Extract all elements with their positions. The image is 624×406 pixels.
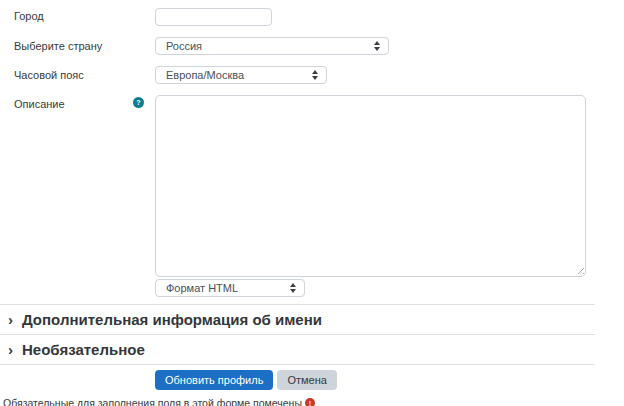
profile-edit-form: Город Выберите страну Россия Часовой поя… <box>0 0 624 406</box>
timezone-select[interactable]: Европа/Москва <box>155 66 327 84</box>
form-row-description: Описание ? Формат HTML <box>0 95 595 297</box>
required-icon: ! <box>305 398 315 406</box>
divider <box>0 364 595 365</box>
required-note-suffix: . <box>318 397 321 406</box>
required-note: Обязательные для заполнения поля в этой … <box>0 397 595 406</box>
section-optional[interactable]: › Необязательное <box>0 334 595 364</box>
help-icon[interactable]: ? <box>133 97 144 108</box>
country-select-value: Россия <box>166 40 202 52</box>
description-label: Описание <box>14 98 65 110</box>
select-arrows-icon <box>312 70 318 80</box>
city-label: Город <box>14 10 44 22</box>
timezone-label: Часовой пояс <box>14 69 84 81</box>
text-format-select[interactable]: Формат HTML <box>155 279 305 297</box>
section-additional-name-info[interactable]: › Дополнительная информация об имени <box>0 304 595 334</box>
cancel-button[interactable]: Отмена <box>277 370 336 390</box>
text-format-select-value: Формат HTML <box>166 282 238 294</box>
form-row-timezone: Часовой пояс Европа/Москва <box>0 66 595 84</box>
chevron-right-icon: › <box>8 311 13 328</box>
select-arrows-icon <box>290 283 296 293</box>
update-profile-button[interactable]: Обновить профиль <box>155 370 273 390</box>
section-additional-name-info-title: Дополнительная информация об имени <box>22 311 322 328</box>
country-select[interactable]: Россия <box>155 37 389 55</box>
section-optional-title: Необязательное <box>22 341 145 358</box>
city-input[interactable] <box>155 8 272 26</box>
description-textarea[interactable] <box>155 95 586 277</box>
country-label: Выберите страну <box>14 40 102 52</box>
select-arrows-icon <box>374 41 380 51</box>
timezone-select-value: Европа/Москва <box>166 69 244 81</box>
chevron-right-icon: › <box>8 341 13 358</box>
form-row-city: Город <box>0 7 595 26</box>
form-row-country: Выберите страну Россия <box>0 37 595 55</box>
form-actions: Обновить профиль Отмена <box>0 370 595 390</box>
required-note-text: Обязательные для заполнения поля в этой … <box>3 397 302 406</box>
